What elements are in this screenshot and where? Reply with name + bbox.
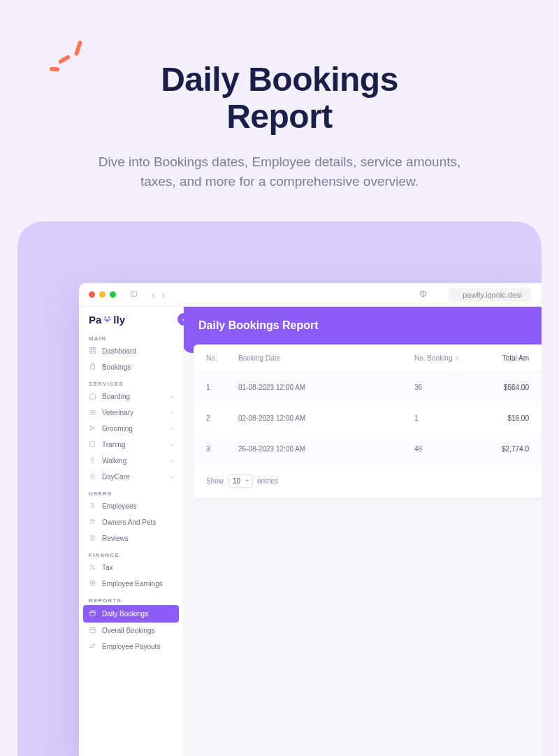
sidebar-item-dashboard[interactable]: Dashboard	[79, 343, 183, 359]
sidebar-item-overall-bookings[interactable]: Overall Bookings	[79, 623, 183, 639]
sidebar-item-label: Employees	[102, 502, 173, 510]
svg-line-23	[90, 565, 94, 569]
sidebar-item-label: Tax	[102, 564, 173, 572]
chevron-right-icon: ›	[171, 474, 173, 481]
grid-icon	[89, 347, 96, 356]
device-frame: ‹ › pawlly.iqonic.desi Pa lly ‹	[17, 221, 542, 756]
report-card: No. Booking Date No. Booking⇅ Total Am 1…	[194, 344, 542, 497]
bag-icon	[89, 363, 96, 372]
sidebar-item-employees[interactable]: Employees	[79, 498, 183, 514]
svg-rect-29	[90, 627, 95, 632]
window-minimize-icon[interactable]	[99, 291, 106, 298]
content-area: Daily Bookings Report No. Booking Date N…	[184, 307, 542, 756]
cell-no: 3	[206, 445, 238, 453]
page-size-select[interactable]: 10	[228, 474, 253, 488]
svg-rect-0	[131, 291, 136, 296]
svg-point-16	[92, 457, 94, 458]
plus-med-icon	[89, 408, 96, 417]
sidebar-item-grooming[interactable]: Grooming›	[79, 421, 183, 437]
sidebar-item-label: Traning	[102, 441, 166, 449]
col-header-amount[interactable]: Total Am	[477, 354, 529, 362]
svg-point-22	[94, 568, 95, 569]
sidebar-item-boarding[interactable]: Boarding›	[79, 388, 183, 405]
sidebar-item-label: Walking	[102, 457, 166, 465]
chevron-right-icon: ›	[171, 426, 173, 432]
sidebar-item-bookings[interactable]: Bookings	[79, 359, 183, 375]
app-logo[interactable]: Pa lly	[79, 307, 183, 330]
window-maximize-icon[interactable]	[110, 291, 116, 298]
sidebar-item-walking[interactable]: Walking›	[79, 453, 183, 469]
cell-date: 02-08-2023 12:00 AM	[238, 414, 414, 422]
cell-no: 2	[206, 414, 238, 422]
svg-point-6	[104, 319, 106, 320]
col-header-booking[interactable]: No. Booking⇅	[414, 354, 477, 362]
table-row[interactable]: 101-08-2023 12:00 AM36$564.00	[194, 372, 542, 403]
chevron-right-icon: ›	[171, 393, 173, 400]
sidebar-toggle-icon[interactable]	[130, 289, 138, 300]
sidebar-group-label: SERVICES	[79, 375, 183, 388]
hero-subtitle: Dive into Bookings dates, Employee detai…	[0, 152, 559, 192]
sidebar: Pa lly ‹ MAINDashboardBookingsSERVICESBo…	[79, 307, 184, 756]
privacy-shield-icon[interactable]	[419, 290, 427, 300]
sidebar-item-label: DayCare	[102, 473, 166, 481]
col-header-date[interactable]: Booking Date	[238, 354, 414, 362]
sort-icon: ⇅	[455, 356, 460, 362]
sidebar-item-employee-payouts[interactable]: Employee Payouts	[79, 639, 183, 655]
svg-rect-25	[90, 611, 95, 616]
col-header-no[interactable]: No.	[206, 354, 238, 362]
sidebar-item-label: Grooming	[102, 425, 166, 432]
svg-point-20	[94, 520, 95, 521]
sidebar-item-reviews[interactable]: Reviews	[79, 530, 183, 546]
sidebar-item-veterinary[interactable]: Veterinary›	[79, 405, 183, 421]
sidebar-item-tax[interactable]: Tax	[79, 560, 183, 576]
url-bar[interactable]: pawlly.iqonic.desi	[448, 288, 532, 302]
pager-show-label: Show	[206, 477, 224, 485]
cal-icon	[89, 626, 96, 635]
sidebar-item-label: Dashboard	[102, 347, 173, 355]
chevron-right-icon: ›	[171, 458, 173, 465]
cal-icon	[89, 609, 96, 618]
coin-icon	[89, 579, 96, 588]
chevron-right-icon: ›	[171, 409, 173, 416]
browser-chrome: ‹ › pawlly.iqonic.desi	[79, 283, 542, 307]
cell-amount: $16.00	[477, 414, 529, 422]
svg-point-21	[90, 565, 92, 566]
sidebar-item-owners-and-pets[interactable]: Owners And Pets	[79, 514, 183, 530]
users-icon	[89, 518, 96, 527]
decorative-accent	[52, 41, 87, 75]
sidebar-group-label: MAIN	[79, 330, 183, 343]
sidebar-item-label: Boarding	[102, 393, 166, 400]
table-header-row: No. Booking Date No. Booking⇅ Total Am	[194, 344, 542, 372]
window-close-icon[interactable]	[89, 291, 95, 298]
svg-point-5	[108, 317, 110, 318]
sidebar-item-daycare[interactable]: DayCare›	[79, 469, 183, 485]
browser-back-icon[interactable]: ‹	[152, 289, 155, 300]
sidebar-item-daily-bookings[interactable]: Daily Bookings	[83, 605, 179, 623]
cell-no: 1	[206, 384, 238, 391]
svg-rect-11	[89, 351, 92, 353]
url-text: pawlly.iqonic.desi	[463, 291, 522, 299]
browser-window: ‹ › pawlly.iqonic.desi Pa lly ‹	[79, 283, 542, 756]
sidebar-item-label: Bookings	[102, 363, 173, 371]
table-row[interactable]: 326-08-2023 12:00 AM48$2,774.0	[194, 434, 542, 465]
sidebar-item-label: Veterinary	[102, 409, 166, 416]
book-icon	[89, 440, 96, 449]
sidebar-group-label: USERS	[79, 485, 183, 498]
svg-rect-9	[89, 347, 92, 349]
cell-booking: 48	[414, 445, 477, 453]
svg-point-8	[106, 319, 109, 321]
sidebar-item-label: Employee Earnings	[102, 580, 173, 588]
sun-icon	[89, 472, 96, 481]
cell-booking: 1	[414, 414, 477, 422]
switch-icon	[89, 642, 96, 651]
walk-icon	[89, 456, 96, 465]
user-icon	[89, 502, 96, 511]
table-row[interactable]: 202-08-2023 12:00 AM1$16.00	[194, 403, 542, 434]
browser-forward-icon[interactable]: ›	[162, 289, 166, 300]
pager-entries-label: entries	[257, 477, 278, 485]
sidebar-item-traning[interactable]: Traning›	[79, 437, 183, 453]
sidebar-group-label: FINANCE	[79, 546, 183, 560]
sidebar-item-employee-earnings[interactable]: Employee Earnings	[79, 576, 183, 592]
table-pager: Show 10 entries	[194, 465, 542, 497]
svg-rect-10	[93, 347, 95, 349]
